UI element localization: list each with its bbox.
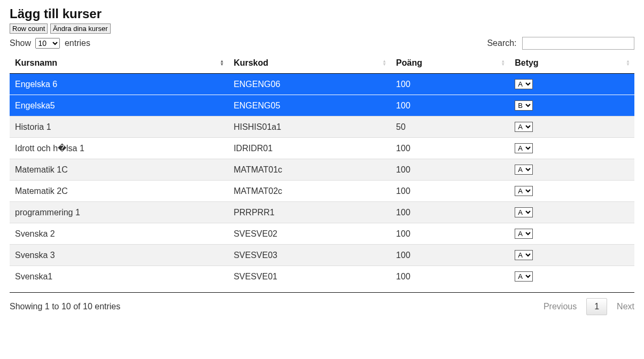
cell-name: Matematik 1C bbox=[10, 159, 228, 181]
search-control: Search: bbox=[487, 37, 634, 50]
cell-grade: ABCDEF bbox=[509, 266, 634, 287]
grade-select[interactable]: ABCDEF bbox=[515, 250, 533, 260]
cell-points: 100 bbox=[391, 245, 509, 266]
cell-name: Idrott och h�lsa 1 bbox=[10, 138, 228, 159]
col-header-code[interactable]: Kurskod ▲▼ bbox=[228, 53, 391, 74]
length-suffix: entries bbox=[65, 38, 90, 48]
table-info-text: Showing 1 to 10 of 10 entries bbox=[10, 302, 120, 311]
col-header-grade[interactable]: Betyg ▲▼ bbox=[509, 53, 634, 74]
cell-grade: ABCDEF bbox=[509, 181, 634, 202]
cell-code: MATMAT01c bbox=[228, 159, 391, 181]
cell-name: Engelska 6 bbox=[10, 74, 228, 95]
sort-icon: ▲▼ bbox=[382, 60, 386, 66]
length-control: Show 102550100 entries bbox=[10, 38, 90, 49]
table-row[interactable]: Svenska1SVESVE01100ABCDEF bbox=[10, 266, 634, 287]
table-row[interactable]: Engelska 6ENGENG06100ABCDEF bbox=[10, 74, 634, 95]
col-header-points-label: Poäng bbox=[396, 58, 422, 67]
cell-name: Svenska 2 bbox=[10, 223, 228, 245]
grade-select[interactable]: ABCDEF bbox=[515, 186, 533, 196]
cell-code: SVESVE03 bbox=[228, 245, 391, 266]
grade-select[interactable]: ABCDEF bbox=[515, 271, 533, 282]
col-header-name[interactable]: Kursnamn ▲▼ bbox=[10, 53, 228, 74]
cell-name: programmering 1 bbox=[10, 202, 228, 223]
cell-grade: ABCDEF bbox=[509, 116, 634, 138]
length-prefix: Show bbox=[10, 38, 31, 48]
col-header-points[interactable]: Poäng ▲▼ bbox=[391, 53, 509, 74]
table-row[interactable]: Idrott och h�lsa 1IDRIDR01100ABCDEF bbox=[10, 138, 634, 159]
table-bottom-bar: Showing 1 to 10 of 10 entries Previous 1… bbox=[10, 292, 634, 315]
cell-points: 100 bbox=[391, 266, 509, 287]
cell-points: 100 bbox=[391, 138, 509, 159]
grade-select[interactable]: ABCDEF bbox=[515, 122, 533, 132]
pager-next[interactable]: Next bbox=[617, 302, 634, 311]
table-body: Engelska 6ENGENG06100ABCDEFEngelska5ENGE… bbox=[10, 74, 634, 287]
cell-points: 50 bbox=[391, 116, 509, 138]
sort-icon: ▲▼ bbox=[626, 60, 630, 66]
cell-points: 100 bbox=[391, 159, 509, 181]
cell-name: Svenska1 bbox=[10, 266, 228, 287]
cell-name: Svenska 3 bbox=[10, 245, 228, 266]
page-title: Lägg till kurser bbox=[10, 6, 634, 21]
sort-icon: ▲▼ bbox=[220, 60, 224, 66]
table-row[interactable]: programmering 1PRRPRR1100ABCDEF bbox=[10, 202, 634, 223]
cell-points: 100 bbox=[391, 95, 509, 116]
table-row[interactable]: Engelska5ENGENG05100ABCDEF bbox=[10, 95, 634, 116]
cell-grade: ABCDEF bbox=[509, 202, 634, 223]
cell-name: Matematik 2C bbox=[10, 181, 228, 202]
col-header-code-label: Kurskod bbox=[234, 58, 268, 67]
cell-name: Historia 1 bbox=[10, 116, 228, 138]
cell-code: HISHIS01a1 bbox=[228, 116, 391, 138]
cell-code: ENGENG05 bbox=[228, 95, 391, 116]
table-row[interactable]: Svenska 2SVESVE02100ABCDEF bbox=[10, 223, 634, 245]
table-top-controls: Show 102550100 entries Search: bbox=[10, 37, 634, 50]
grade-select[interactable]: ABCDEF bbox=[515, 79, 533, 89]
cell-points: 100 bbox=[391, 202, 509, 223]
col-header-name-label: Kursnamn bbox=[15, 58, 57, 67]
cell-grade: ABCDEF bbox=[509, 223, 634, 245]
action-buttons: Row count Ändra dina kurser bbox=[10, 24, 634, 34]
table-row[interactable]: Matematik 1CMATMAT01c100ABCDEF bbox=[10, 159, 634, 181]
cell-points: 100 bbox=[391, 181, 509, 202]
grade-select[interactable]: ABCDEF bbox=[515, 100, 533, 111]
cell-grade: ABCDEF bbox=[509, 159, 634, 181]
courses-table: Kursnamn ▲▼ Kurskod ▲▼ Poäng ▲▼ Betyg ▲▼… bbox=[10, 53, 634, 287]
cell-code: SVESVE01 bbox=[228, 266, 391, 287]
grade-select[interactable]: ABCDEF bbox=[515, 229, 533, 239]
grade-select[interactable]: ABCDEF bbox=[515, 165, 533, 175]
grade-select[interactable]: ABCDEF bbox=[515, 207, 533, 217]
cell-grade: ABCDEF bbox=[509, 138, 634, 159]
table-row[interactable]: Matematik 2CMATMAT02c100ABCDEF bbox=[10, 181, 634, 202]
cell-code: MATMAT02c bbox=[228, 181, 391, 202]
cell-points: 100 bbox=[391, 74, 509, 95]
search-label: Search: bbox=[487, 38, 516, 48]
cell-grade: ABCDEF bbox=[509, 95, 634, 116]
pager-page-current[interactable]: 1 bbox=[586, 298, 607, 315]
edit-courses-button[interactable]: Ändra dina kurser bbox=[50, 24, 111, 34]
grade-select[interactable]: ABCDEF bbox=[515, 143, 533, 153]
sort-icon: ▲▼ bbox=[501, 60, 505, 66]
row-count-button[interactable]: Row count bbox=[10, 24, 48, 34]
table-row[interactable]: Svenska 3SVESVE03100ABCDEF bbox=[10, 245, 634, 266]
cell-code: PRRPRR1 bbox=[228, 202, 391, 223]
cell-code: IDRIDR01 bbox=[228, 138, 391, 159]
cell-grade: ABCDEF bbox=[509, 245, 634, 266]
col-header-grade-label: Betyg bbox=[515, 58, 538, 67]
length-select[interactable]: 102550100 bbox=[35, 38, 60, 49]
cell-grade: ABCDEF bbox=[509, 74, 634, 95]
cell-points: 100 bbox=[391, 223, 509, 245]
search-input[interactable] bbox=[522, 37, 634, 50]
cell-code: ENGENG06 bbox=[228, 74, 391, 95]
cell-code: SVESVE02 bbox=[228, 223, 391, 245]
pager: Previous 1 Next bbox=[544, 298, 634, 315]
cell-name: Engelska5 bbox=[10, 95, 228, 116]
table-row[interactable]: Historia 1HISHIS01a150ABCDEF bbox=[10, 116, 634, 138]
pager-previous[interactable]: Previous bbox=[544, 302, 577, 311]
